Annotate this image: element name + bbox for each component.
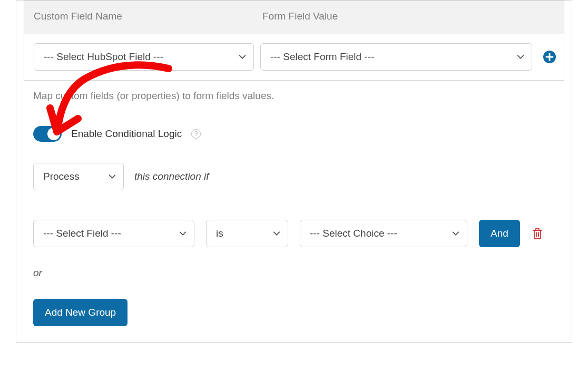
mapping-table-header: Custom Field Name Form Field Value (24, 1, 564, 34)
help-icon[interactable]: ? (191, 129, 201, 139)
condition-field-placeholder: --- Select Field --- (43, 228, 121, 239)
chevron-down-icon (109, 173, 116, 180)
connection-if-label: this connection if (134, 171, 209, 182)
header-custom-field-name: Custom Field Name (34, 11, 262, 22)
trash-icon[interactable] (532, 227, 543, 240)
field-mapping-table: Custom Field Name Form Field Value --- S… (24, 1, 564, 81)
condition-row: --- Select Field --- is --- Select Choic… (24, 190, 564, 247)
process-select[interactable]: Process (33, 163, 124, 190)
condition-choice-placeholder: --- Select Choice --- (310, 228, 397, 239)
mapping-row: --- Select HubSpot Field --- --- Select … (24, 34, 564, 80)
conditional-logic-label: Enable Conditional Logic (71, 128, 182, 140)
conditional-logic-toggle[interactable] (33, 126, 62, 142)
form-field-select[interactable]: --- Select Form Field --- (260, 43, 532, 71)
chevron-down-icon (179, 230, 187, 237)
and-button[interactable]: And (479, 220, 520, 247)
chevron-down-icon (452, 230, 459, 237)
chevron-down-icon (239, 53, 246, 61)
mapping-help-text: Map custom fields (or properties) to for… (24, 81, 564, 102)
hubspot-field-select[interactable]: --- Select HubSpot Field --- (34, 43, 254, 71)
header-form-field-value: Form Field Value (262, 11, 554, 22)
form-field-placeholder: --- Select Form Field --- (270, 51, 374, 63)
add-row-icon[interactable] (543, 50, 556, 64)
process-value: Process (43, 171, 80, 182)
condition-choice-select[interactable]: --- Select Choice --- (300, 220, 467, 247)
add-new-group-button[interactable]: Add New Group (33, 299, 128, 326)
condition-field-select[interactable]: --- Select Field --- (33, 220, 194, 247)
condition-operator-select[interactable]: is (206, 220, 288, 247)
toggle-knob (47, 128, 60, 140)
or-label: or (24, 247, 564, 279)
condition-operator-value: is (216, 228, 223, 239)
conditional-logic-toggle-row: Enable Conditional Logic ? (24, 102, 564, 142)
process-connection-row: Process this connection if (24, 142, 564, 190)
chevron-down-icon (517, 53, 524, 61)
hubspot-field-placeholder: --- Select HubSpot Field --- (44, 51, 163, 63)
chevron-down-icon (273, 230, 280, 237)
custom-fields-panel: Custom Field Name Form Field Value --- S… (16, 0, 572, 343)
